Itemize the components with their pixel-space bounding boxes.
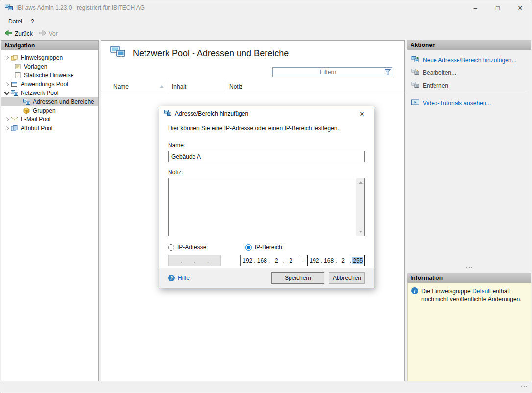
ip-address-option[interactable]: IP-Adresse: [168, 244, 208, 251]
octet[interactable]: 192 [242, 257, 253, 264]
octet[interactable]: 168 [256, 257, 268, 264]
actions-divider [411, 93, 527, 93]
ip-address-radio[interactable] [168, 244, 174, 251]
chevron-down-icon[interactable] [3, 90, 11, 96]
column-header-inhalt[interactable]: Inhalt [168, 82, 225, 92]
toolbar: Zurück Vor [0, 27, 532, 40]
column-header-name[interactable]: Name [101, 82, 168, 92]
ip-range-to-input[interactable]: 192.168.2.255 [307, 255, 365, 266]
default-group-link[interactable]: Default [472, 288, 491, 295]
static-hint-icon [14, 72, 23, 79]
menubar: Datei ? [0, 15, 532, 27]
nav-item-attribut-pool[interactable]: Attribut Pool [1, 124, 98, 133]
ip-range-from-input[interactable]: 192.168.2.2 [240, 255, 298, 266]
back-button[interactable]: Zurück [4, 29, 33, 38]
menu-datei[interactable]: Datei [4, 17, 26, 26]
radio-row: IP-Adresse: IP-Bereich: [168, 244, 365, 251]
cancel-button[interactable]: Abbrechen [329, 272, 365, 284]
nav-item-hinweisgruppen[interactable]: Hinweisgruppen [1, 53, 98, 62]
action-label: Bearbeiten... [423, 69, 456, 76]
action-edit[interactable]: Bearbeiten... [411, 68, 527, 78]
octet[interactable]: 192 [309, 257, 320, 264]
column-header-notiz[interactable]: Notiz [225, 82, 404, 92]
main-header: Netzwerk Pool - Adressen und Bereiche [101, 41, 404, 66]
range-separator: - [302, 257, 304, 264]
action-label: Video-Tutorials ansehen... [423, 100, 491, 107]
panel-splitter-handle[interactable] [407, 267, 531, 268]
octet[interactable]: 2 [285, 257, 297, 264]
filter-input[interactable] [273, 68, 383, 77]
titlebar: IBI-aws Admin 1.23.0 - registriert für I… [0, 0, 532, 15]
filter-box [272, 67, 392, 77]
nav-item-gruppen[interactable]: Gruppen [1, 106, 98, 115]
chevron-right-icon[interactable] [3, 116, 11, 123]
back-label: Zurück [15, 30, 33, 37]
action-add-address[interactable]: Neue Adresse/Bereich hinzufügen... [411, 55, 527, 65]
chevron-right-icon[interactable] [3, 125, 11, 132]
nav-item-vorlagen[interactable]: Vorlagen [1, 62, 98, 71]
nav-item-email-pool[interactable]: E-Mail Pool [1, 115, 98, 124]
note-input[interactable] [168, 178, 365, 236]
note-scrollbar[interactable] [356, 178, 364, 236]
octet[interactable]: 2 [271, 257, 283, 264]
nav-item-label: E-Mail Pool [20, 116, 50, 123]
dialog-footer: ? Hilfe Speichern Abbrechen [159, 268, 374, 288]
menu-help[interactable]: ? [26, 17, 39, 26]
octet[interactable]: 2 [338, 257, 349, 264]
minimize-button[interactable]: – [464, 0, 486, 15]
nav-item-netzwerk-pool[interactable]: Netzwerk Pool [1, 89, 98, 97]
forward-button[interactable]: Vor [39, 29, 58, 38]
nav-item-adressen-und-bereiche[interactable]: Adressen und Bereiche [1, 97, 98, 106]
hint-group-icon [11, 54, 20, 61]
information-header: Information [407, 273, 531, 283]
filter-funnel-icon[interactable] [383, 69, 392, 75]
action-label: Neue Adresse/Bereich hinzufügen... [423, 57, 516, 64]
forward-label: Vor [49, 30, 58, 37]
navigation-panel: Navigation Hinweisgruppen Vorlagen Stati… [1, 40, 99, 381]
maximize-button[interactable]: □ [486, 0, 509, 15]
octet[interactable]: 168 [323, 257, 335, 264]
template-icon [14, 63, 23, 70]
actions-list: Neue Adresse/Bereich hinzufügen... Bearb… [407, 50, 531, 108]
ip-inputs-row: ... 192.168.2.2 - 192.168.2.255 [168, 255, 365, 266]
info-icon: i [411, 287, 418, 294]
email-pool-icon [11, 117, 20, 122]
add-address-icon [411, 56, 419, 64]
save-button[interactable]: Speichern [271, 272, 324, 284]
nav-item-anwendungs-pool[interactable]: Anwendungs Pool [1, 80, 98, 89]
nav-item-label: Adressen und Bereiche [32, 98, 94, 105]
nav-item-statische-hinweise[interactable]: Statische Hinweise [1, 71, 98, 80]
address-range-icon [23, 99, 32, 105]
video-tutorials-icon [411, 99, 419, 107]
ip-range-radio-label: IP-Bereich: [255, 244, 284, 251]
ip-address-input: ... [168, 255, 221, 266]
column-label: Notiz [229, 83, 242, 90]
scroll-up-icon[interactable] [359, 181, 363, 184]
scroll-down-icon[interactable] [359, 231, 363, 233]
app-icon [5, 4, 13, 12]
close-button[interactable]: ✕ [509, 0, 532, 15]
information-text: Die Hinweisgruppe Default enthält noch n… [421, 287, 522, 303]
resize-grip-icon[interactable] [521, 386, 527, 387]
dialog-close-button[interactable]: ✕ [355, 106, 369, 121]
help-label: Hilfe [178, 275, 190, 281]
chevron-right-icon[interactable] [3, 54, 11, 61]
edit-icon [411, 69, 419, 77]
action-remove[interactable]: Entfernen [411, 80, 527, 91]
app-window: IBI-aws Admin 1.23.0 - registriert für I… [0, 0, 532, 393]
actions-header: Aktionen [407, 40, 531, 50]
action-video-tutorials[interactable]: Video-Tutorials ansehen... [411, 98, 527, 108]
navigation-tree: Hinweisgruppen Vorlagen Statische Hinwei… [1, 50, 98, 133]
navigation-header: Navigation [1, 41, 98, 50]
ip-range-option[interactable]: IP-Bereich: [245, 244, 284, 251]
chevron-right-icon[interactable] [3, 81, 11, 88]
octet[interactable]: 255 [352, 257, 363, 264]
app-pool-icon [11, 81, 20, 88]
groups-icon [23, 107, 32, 114]
ip-address-radio-label: IP-Adresse: [177, 244, 208, 251]
dialog-body: Hier können Sie eine IP-Adresse oder ein… [159, 121, 374, 266]
filter-row [101, 66, 404, 82]
help-link[interactable]: ? Hilfe [168, 275, 190, 281]
ip-range-radio[interactable] [245, 244, 252, 251]
name-input[interactable] [168, 151, 365, 162]
